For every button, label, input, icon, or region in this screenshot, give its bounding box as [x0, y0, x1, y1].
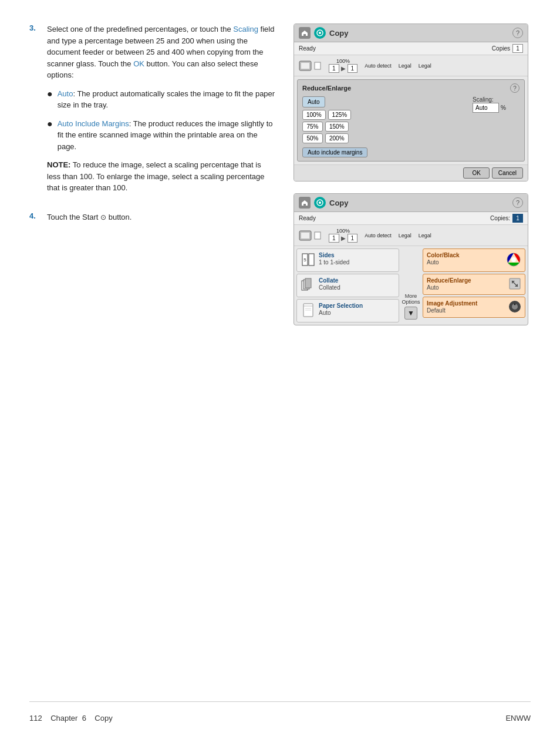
help-icon-re[interactable]: ? — [510, 83, 519, 93]
step-3-text: Select one of the predefined percentages… — [47, 23, 276, 81]
help-icon-label: ? — [516, 29, 519, 36]
copies-label-2: Copies: — [490, 215, 510, 221]
step-4-content: Touch the Start ⊙ button. — [47, 211, 276, 223]
collate-icon — [301, 277, 316, 294]
more-options-btn[interactable]: ▼ — [404, 307, 417, 320]
scaling-link[interactable]: Scaling — [233, 25, 258, 33]
legal1-info: Legal — [399, 63, 411, 69]
auto-include-link[interactable]: Auto Include Margins — [58, 119, 129, 128]
step-4-text: Touch the Start ⊙ button. — [47, 211, 276, 223]
media-icon-group-2 — [299, 230, 322, 241]
help-icon-2[interactable]: ? — [512, 197, 523, 208]
paper-icon-1 — [313, 62, 322, 70]
btn-cancel-1[interactable]: Cancel — [492, 167, 523, 179]
re-content: Auto 100% 125% 75% 150% 50% — [302, 96, 519, 157]
svg-point-1 — [319, 32, 321, 34]
scaling-field: Scaling: % — [473, 96, 519, 157]
step-4-number: 4. — [29, 211, 41, 223]
option-paper[interactable]: Paper Selection Auto — [296, 299, 399, 322]
option-collate[interactable]: Collate Collated — [296, 274, 399, 297]
pct-label: % — [501, 105, 506, 111]
collate-title: Collate — [319, 277, 340, 284]
auto-link[interactable]: Auto — [58, 89, 73, 98]
chapter-label: Chapter — [50, 714, 77, 723]
paper-sel-icon — [301, 303, 316, 319]
btn-200[interactable]: 200% — [325, 133, 349, 143]
copies-badge-1: Copies 1 — [492, 44, 523, 53]
right-options: Color/Black Auto — [423, 248, 525, 322]
color-title: Color/Black — [427, 252, 460, 258]
panel-1-status: Ready — [299, 45, 316, 52]
chapter-number: 6 — [82, 714, 86, 723]
image-adj-text: Image Adjustment Default — [427, 300, 477, 314]
copies-badge-2: Copies: 1 — [490, 214, 523, 223]
svg-point-28 — [514, 304, 516, 305]
paper-count-3: 1 — [329, 234, 339, 243]
legal2-2: Legal — [419, 233, 431, 238]
scaling-label: Scaling: — [473, 96, 519, 103]
right-column: Copy ? Ready Copies 1 — [294, 23, 528, 701]
more-options-label: MoreOptions — [402, 293, 420, 305]
step-4: 4. Touch the Start ⊙ button. — [29, 211, 276, 223]
btn-75[interactable]: 75% — [302, 122, 323, 132]
chevron-down-icon: ▼ — [407, 309, 414, 317]
btn-auto[interactable]: Auto — [302, 96, 325, 107]
btn-150[interactable]: 150% — [325, 122, 349, 132]
bullet-auto-text: Auto: The product automatically scales t… — [58, 88, 276, 111]
help-icon-1[interactable]: ? — [512, 28, 523, 38]
step-3-content: Select one of the predefined percentages… — [47, 23, 276, 201]
home-icon-2[interactable] — [299, 197, 311, 209]
ok-link[interactable]: OK — [133, 59, 144, 68]
color-value: Auto — [427, 259, 460, 266]
panel-2-status-bar: Ready Copies: 1 — [294, 212, 528, 225]
paper-count4: 1 — [348, 234, 358, 243]
option-image-adj[interactable]: Image Adjustment Default — [423, 297, 525, 318]
copies-label-1: Copies — [492, 45, 510, 52]
scaling-input-row: % — [473, 103, 519, 113]
bullet-auto: ● Auto: The product automatically scales… — [47, 88, 276, 111]
media-icon-group-1 — [299, 61, 322, 71]
paper-count-1: 1 — [329, 64, 339, 73]
reduce-value: Auto — [427, 284, 471, 291]
btn-125[interactable]: 125% — [328, 110, 352, 120]
panel-2-media-row: 100% 1 ▶ 1 Auto detect Legal Legal — [294, 225, 528, 246]
sides-text: Sides 1 to 1-sided — [319, 252, 349, 266]
auto-detect-1: Auto detect — [365, 63, 392, 69]
options-area: 5 Sides 1 to 1-sided — [294, 246, 528, 325]
scaling-input[interactable] — [473, 103, 499, 113]
sides-value: 1 to 1-sided — [319, 259, 349, 266]
image-adj-value: Default — [427, 307, 477, 314]
sides-title: Sides — [319, 252, 349, 258]
copies-value-1: 1 — [512, 44, 523, 53]
paper-count2-1: 1 — [348, 64, 358, 73]
footer-right: ENWW — [505, 714, 531, 723]
help-icon-2-label: ? — [516, 199, 519, 206]
home-icon-1[interactable] — [299, 27, 311, 39]
option-sides[interactable]: 5 Sides 1 to 1-sided — [296, 248, 399, 272]
copy-icon-1[interactable] — [314, 27, 326, 39]
btn-100[interactable]: 100% — [302, 110, 326, 120]
sides-icon: 5 — [301, 252, 316, 268]
reduce-icon — [508, 277, 521, 291]
svg-text:5: 5 — [303, 257, 306, 263]
step-3: 3. Select one of the predefined percenta… — [29, 23, 276, 201]
left-options: 5 Sides 1 to 1-sided — [296, 248, 399, 322]
paper-text: Paper Selection Auto — [319, 303, 363, 316]
option-color[interactable]: Color/Black Auto — [423, 248, 525, 272]
panel-2-header: Copy ? — [294, 194, 528, 212]
copy-icon-2[interactable] — [314, 197, 326, 209]
arrow-1: ▶ — [341, 65, 346, 72]
bullet-list: ● Auto: The product automatically scales… — [47, 88, 276, 153]
panel-1-status-bar: Ready Copies 1 — [294, 42, 528, 55]
svg-rect-4 — [315, 62, 321, 69]
svg-point-21 — [511, 257, 516, 262]
btn-ok-1[interactable]: OK — [463, 167, 489, 179]
btn-auto-include[interactable]: Auto include margins — [302, 147, 367, 157]
btn-50[interactable]: 50% — [302, 133, 323, 143]
paper-icon-2 — [313, 231, 322, 240]
option-reduce[interactable]: Reduce/Enlarge Auto — [423, 274, 525, 295]
svg-rect-11 — [309, 254, 314, 266]
bullet-auto-include: ● Auto Include Margins: The product redu… — [47, 118, 276, 153]
pct-display-2: 100% — [336, 228, 350, 234]
paper-title: Paper Selection — [319, 303, 363, 309]
